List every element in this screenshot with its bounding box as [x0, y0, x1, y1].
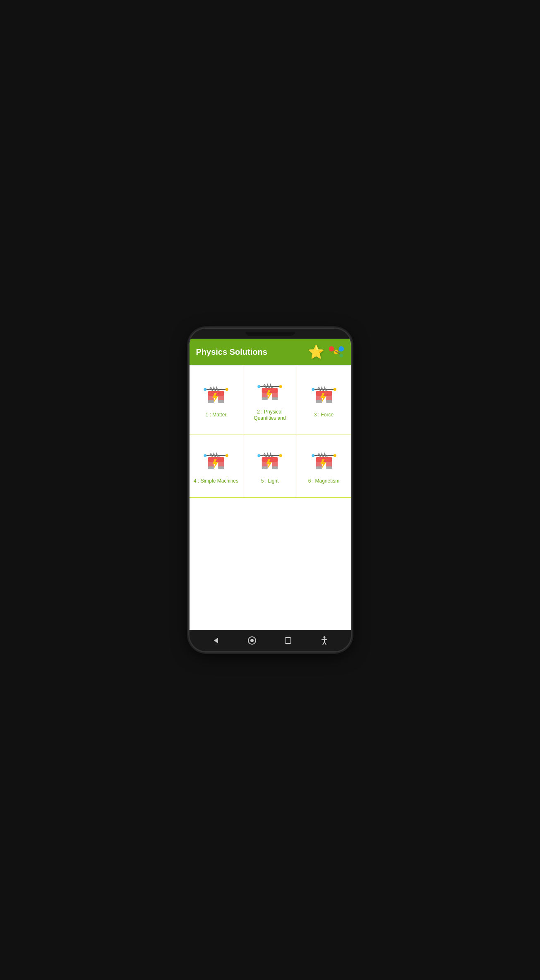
svg-point-8: [204, 388, 206, 391]
header-icons: ⭐: [308, 344, 344, 360]
svg-rect-58: [316, 466, 322, 469]
svg-point-17: [257, 385, 260, 388]
svg-point-63: [250, 639, 254, 642]
svg-line-68: [323, 642, 324, 645]
notch: [245, 332, 295, 336]
svg-rect-14: [218, 400, 224, 403]
chapter-item-5[interactable]: 5 : Light: [243, 435, 297, 498]
chapter-label-1: 1 : Matter: [206, 412, 227, 418]
app-container: Physics Solutions ⭐: [190, 339, 351, 630]
svg-point-1: [329, 346, 334, 351]
molecule-icon: [328, 344, 344, 360]
recents-button[interactable]: [281, 633, 295, 648]
svg-rect-41: [218, 466, 224, 469]
magnet-icon-2: [255, 380, 284, 409]
svg-point-53: [312, 454, 314, 457]
svg-point-45: [279, 454, 282, 457]
magnet-icon-3: [310, 383, 338, 412]
app-title: Physics Solutions: [196, 347, 267, 357]
svg-rect-13: [208, 400, 214, 403]
svg-rect-32: [326, 400, 332, 403]
accessibility-icon: [320, 636, 329, 645]
svg-point-9: [226, 388, 228, 391]
status-bar: [190, 329, 351, 339]
nav-bar: [190, 630, 351, 651]
magnet-icon-4: [202, 449, 230, 478]
chapter-item-4[interactable]: 4 : Simple Machines: [190, 435, 243, 498]
accessibility-button[interactable]: [317, 633, 332, 648]
star-icon: ⭐: [308, 344, 324, 360]
svg-rect-50: [272, 466, 278, 469]
chapter-item-6[interactable]: 6 : Magnetism: [297, 435, 351, 498]
svg-rect-49: [262, 466, 268, 469]
svg-point-18: [279, 385, 282, 388]
svg-rect-31: [316, 400, 322, 403]
chapter-item-1[interactable]: 1 : Matter: [190, 366, 243, 435]
svg-rect-64: [285, 638, 291, 643]
svg-point-36: [226, 454, 228, 457]
svg-point-65: [323, 636, 325, 638]
chapter-label-4: 4 : Simple Machines: [194, 478, 238, 485]
magnet-icon-1: [202, 383, 230, 412]
home-icon: [247, 636, 257, 645]
svg-point-54: [333, 454, 336, 457]
home-button[interactable]: [245, 633, 259, 648]
chapter-item-3[interactable]: 3 : Force: [297, 366, 351, 435]
chapter-item-2[interactable]: 2 : Physical Quantities and: [243, 366, 297, 435]
magnet-icon-5: [255, 449, 284, 478]
svg-rect-23: [272, 397, 278, 400]
chapter-label-3: 3 : Force: [314, 412, 334, 418]
svg-line-69: [324, 642, 326, 645]
phone-frame: Physics Solutions ⭐: [190, 329, 351, 651]
svg-point-44: [257, 454, 260, 457]
svg-point-26: [312, 388, 314, 391]
svg-rect-59: [326, 466, 332, 469]
svg-point-2: [338, 346, 344, 351]
chapter-grid: 1 : Matter 2 : Physical Quantities and: [190, 365, 351, 498]
recents-icon: [284, 637, 292, 644]
svg-point-35: [204, 454, 206, 457]
svg-point-27: [333, 388, 336, 391]
back-button[interactable]: [208, 633, 223, 648]
app-header: Physics Solutions ⭐: [190, 339, 351, 365]
back-icon: [211, 636, 220, 645]
empty-area: [190, 498, 351, 630]
svg-rect-40: [208, 466, 214, 469]
svg-marker-61: [214, 638, 218, 643]
chapter-label-5: 5 : Light: [261, 478, 279, 485]
chapter-label-6: 6 : Magnetism: [308, 478, 339, 485]
svg-rect-22: [262, 397, 268, 400]
chapter-label-2: 2 : Physical Quantities and: [247, 409, 293, 422]
magnet-icon-6: [310, 449, 338, 478]
